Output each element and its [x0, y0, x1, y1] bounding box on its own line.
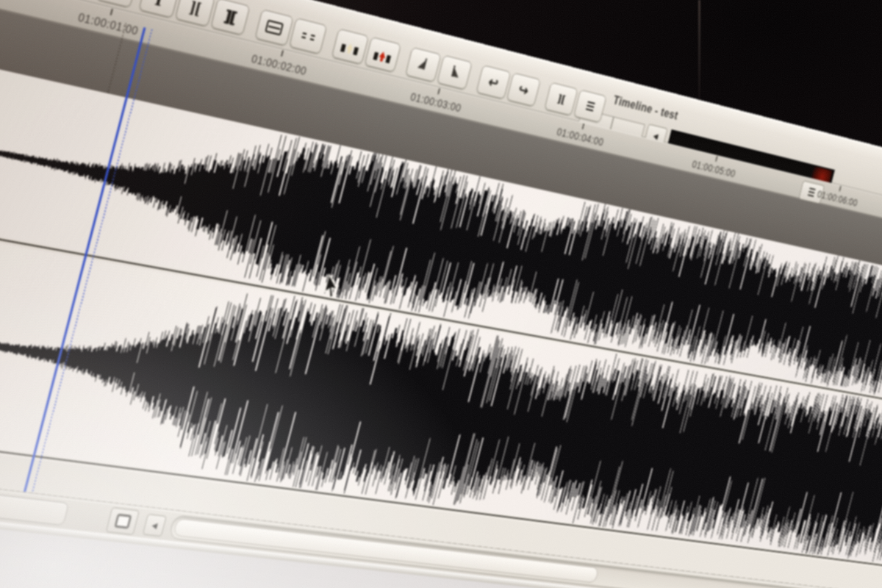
mark-in-out-filled-icon: ][ — [223, 7, 237, 26]
overwrite-icon — [373, 46, 392, 63]
linked-segments-icon — [301, 29, 315, 43]
ibeam-tool-icon: I — [154, 0, 165, 8]
clip-overlays-icon — [114, 514, 132, 529]
ruler-tick — [582, 123, 584, 129]
ruler-tick — [281, 50, 284, 57]
trim-right-button[interactable] — [437, 55, 473, 90]
mark-in-out-icon: ][ — [188, 0, 202, 16]
trim-left-icon — [415, 55, 431, 74]
mark-clip-icon: ][ — [556, 92, 567, 107]
trim-left-button[interactable] — [405, 47, 442, 82]
segment-list-icon — [585, 99, 595, 113]
ruler-tick — [839, 186, 841, 191]
photo-layer: Timeline - test ◀ I][][↩↪][ 01:00:01:000… — [0, 0, 882, 588]
redo-button[interactable]: ↪ — [506, 73, 541, 107]
photographed-monitor: Timeline - test ◀ I][][↩↪][ 01:00:01:000… — [0, 0, 882, 588]
undo-icon: ↩ — [487, 74, 501, 90]
splice-in-icon — [340, 38, 360, 55]
extract-button[interactable] — [254, 9, 293, 46]
mark-in-out-filled-button[interactable]: ][ — [210, 0, 250, 35]
trim-right-icon — [447, 63, 463, 82]
splice-in-button[interactable] — [331, 29, 369, 65]
timeline-mode-button[interactable] — [0, 493, 69, 526]
extract-icon — [265, 20, 284, 36]
overwrite-button[interactable] — [364, 37, 401, 73]
ruler-tick — [437, 88, 440, 94]
ruler-tick — [110, 9, 113, 15]
clip-overlays-button[interactable] — [106, 507, 140, 535]
redo-icon: ↪ — [517, 82, 530, 98]
timeline-window: Timeline - test ◀ I][][↩↪][ 01:00:01:000… — [0, 0, 882, 588]
mark-in-out-button[interactable]: ][ — [175, 0, 215, 27]
undo-button[interactable]: ↩ — [476, 65, 511, 99]
scroll-left-button[interactable]: ◀ — [143, 514, 167, 537]
linked-segments-button[interactable] — [289, 18, 327, 54]
mark-clip-button[interactable]: ][ — [544, 82, 578, 116]
ruler-tick — [715, 156, 717, 162]
arrow-left-icon: ◀ — [151, 521, 158, 530]
